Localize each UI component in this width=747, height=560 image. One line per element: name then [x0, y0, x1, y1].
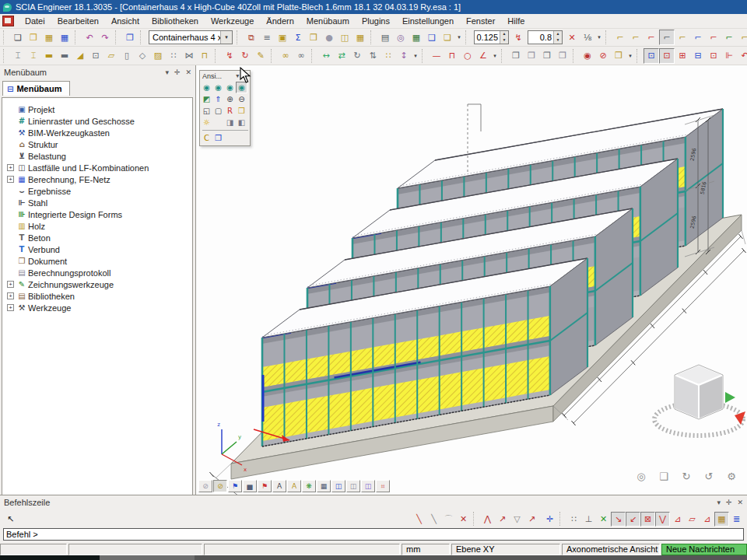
snap-cancel-icon[interactable]: ✕ — [456, 512, 471, 527]
menu-bearbeiten[interactable]: Bearbeiten — [51, 15, 105, 27]
tree-item-integrierte-design-forms[interactable]: ⊪Integrierte Design Forms — [2, 208, 192, 220]
command-close-icon[interactable]: ✕ — [737, 499, 743, 506]
support-elastic-icon[interactable]: ⌐ — [721, 30, 737, 45]
nav-settings-gear-icon-icon[interactable]: ⚙ — [725, 470, 738, 482]
tree-item-lastf-lle-und-lf-kombinationen[interactable]: +◫Lastfälle und LF-Kombinationen — [2, 162, 192, 173]
undo-icon[interactable]: ↶ — [82, 30, 97, 45]
snap-tangent-points-icon[interactable]: ⊿ — [670, 512, 685, 527]
save-icon[interactable]: ▦ — [57, 30, 72, 45]
menu-ändern[interactable]: Ändern — [260, 15, 300, 27]
display-load-flags-icon[interactable]: ⚑ — [258, 480, 272, 492]
close-icon[interactable]: ✕ — [185, 68, 191, 76]
zoom-in-icon[interactable]: ⊕ — [224, 93, 236, 105]
view-direction-y-icon[interactable]: ◉ — [212, 82, 224, 93]
status-unit[interactable]: mm — [402, 544, 450, 555]
hinge-none-icon[interactable]: ⌐ — [659, 30, 675, 45]
labels-abc-params-icon[interactable]: A — [287, 480, 301, 492]
layers-manager-icon[interactable]: ≡ — [259, 30, 275, 45]
view-from-object-icon[interactable]: ◩ — [201, 93, 212, 105]
menu-einstellungen[interactable]: Einstellungen — [396, 15, 460, 27]
open-project-icon[interactable]: ❒ — [26, 30, 41, 45]
tree-item-beton[interactable]: TBeton — [2, 232, 192, 243]
regenerate-icon[interactable]: ↻ — [237, 48, 253, 64]
clipping-box-icon[interactable]: C — [201, 132, 212, 144]
menu-werkzeuge[interactable]: Werkzeuge — [205, 15, 260, 27]
print-preview-icon[interactable]: ◎ — [393, 30, 409, 45]
tree-item-projekt[interactable]: ▣Projekt — [2, 103, 192, 115]
view-pair-2-icon[interactable]: ∞ — [293, 48, 309, 64]
snap-structure-nodes-icon[interactable]: ⊥ — [581, 512, 596, 527]
draw-circle-icon[interactable]: ○ — [460, 48, 475, 64]
document-icon[interactable]: ❏ — [440, 30, 455, 45]
project-manager-icon[interactable]: ❐ — [122, 30, 138, 45]
document-add-icon[interactable]: ❑ — [424, 30, 440, 45]
user-blocks-icon[interactable]: ❐ — [555, 48, 570, 64]
snap-mesh-nodes-icon[interactable]: ✕ — [596, 512, 611, 527]
scale-ratio-icon[interactable]: ⅛ — [580, 30, 595, 45]
dock-menu-icon[interactable]: ▾ — [165, 68, 169, 76]
nav-zoom-icon-icon[interactable]: ◎ — [635, 470, 647, 482]
node-undo-icon[interactable]: ↶ — [737, 48, 747, 64]
draw-angle-icon[interactable]: ∠ — [475, 48, 491, 64]
menu-ansicht[interactable]: Ansicht — [105, 15, 146, 27]
command-input[interactable] — [3, 528, 744, 541]
view-direction-x-icon[interactable]: ◉ — [201, 82, 212, 93]
snap-curve-icon[interactable]: ⌒ — [441, 512, 456, 527]
snap-dot-grid-icon[interactable]: ▦ — [714, 512, 729, 527]
snap-direction-icon[interactable]: ↗ — [524, 512, 539, 527]
hide-fly-icon[interactable]: ⊘ — [595, 48, 611, 64]
display-supports-icon[interactable]: ⚑ — [228, 480, 242, 492]
attributes-manager-icon[interactable]: ❐ — [539, 48, 555, 64]
render-settings-icon[interactable]: ◧ — [236, 117, 247, 128]
snap-vertex-icon[interactable]: ⋀ — [480, 512, 495, 527]
scene-3d[interactable]: 259625965816zyx — [196, 65, 747, 495]
catalog-blocks-icon[interactable]: ❒ — [306, 30, 321, 45]
support-hinged-icon[interactable]: ⌐ — [690, 30, 706, 45]
cross-sections-icon[interactable]: Σ — [290, 30, 306, 45]
select-nodes-icon[interactable]: ⊡ — [644, 48, 659, 64]
dropdown-arrow-icon[interactable]: ▾ — [491, 53, 499, 59]
snap-intersections-icon[interactable]: ⊠ — [640, 512, 655, 527]
nav-turntable-icon-icon[interactable]: ↺ — [703, 470, 715, 482]
zoom-out-icon[interactable]: ⊖ — [236, 93, 247, 105]
snap-tangent-icon[interactable]: ▽ — [510, 512, 524, 527]
rib-icon[interactable]: ▬ — [57, 48, 72, 64]
view-pair-1-icon[interactable]: ∞ — [278, 48, 293, 64]
column-icon[interactable]: ⌶ — [10, 48, 26, 64]
render-window-icon[interactable]: ◨ — [224, 117, 236, 128]
node-info-icon[interactable]: ⊡ — [706, 48, 721, 64]
draw-polyline-icon[interactable]: ⊓ — [444, 48, 460, 64]
cursor-snap-settings-icon[interactable]: ✛ — [542, 512, 557, 527]
column-add-icon[interactable]: ⌶ — [26, 48, 41, 64]
copy-attributes-icon[interactable]: ❐ — [508, 48, 524, 64]
new-project-icon[interactable]: ❏ — [10, 30, 26, 45]
command-menu-icon[interactable]: ▾ — [717, 499, 721, 506]
deselect-nodes-icon[interactable]: ⊡ — [659, 48, 675, 64]
tree-item-berechnung-fe-netz[interactable]: +▦Berechnung, FE-Netz — [2, 173, 192, 185]
new-messages-button[interactable]: Neue Nachrichten — [661, 544, 747, 555]
paste-attributes-icon[interactable]: ❐ — [524, 48, 539, 64]
material-sphere-icon[interactable]: ● — [321, 30, 337, 45]
copy-icon[interactable]: ⇄ — [334, 48, 349, 64]
snap-orthogonal-points-icon[interactable]: ⋁ — [655, 512, 670, 527]
snap-midpoints-icon[interactable]: ↙ — [626, 512, 640, 527]
open-layer-folder-icon[interactable]: ❒ — [611, 48, 626, 64]
load-cases-table-icon[interactable]: ◫ — [337, 30, 352, 45]
opening-icon[interactable]: ⊡ — [88, 48, 103, 64]
print-icon[interactable]: ▤ — [377, 30, 393, 45]
expand-icon[interactable]: + — [7, 292, 14, 299]
light-settings-icon[interactable]: ☼ — [201, 117, 212, 128]
dropdown-arrow-icon[interactable]: ▾ — [455, 34, 463, 40]
save-all-icon[interactable]: ▦ — [41, 30, 57, 45]
hinge-end-icon[interactable]: ⌐ — [644, 30, 659, 45]
tree-item-berechnungsprotokoll[interactable]: ▤Berechnungsprotokoll — [2, 267, 192, 278]
modify-member-icon[interactable]: ↯ — [222, 48, 237, 64]
tree-item-zeichnungswerkzeuge[interactable]: +✎Zeichnungswerkzeuge — [2, 278, 192, 290]
app-icon[interactable] — [2, 16, 14, 26]
labels-abc-icon[interactable]: A — [272, 480, 286, 492]
snap-arc-center-icon[interactable]: ⊿ — [700, 512, 714, 527]
zoom-all-icon[interactable]: ▢ — [212, 105, 224, 117]
snap-line-grid-icon[interactable]: ≣ — [729, 512, 744, 527]
snap-parallel-icon[interactable]: ▱ — [685, 512, 700, 527]
expand-icon[interactable]: + — [7, 164, 14, 171]
